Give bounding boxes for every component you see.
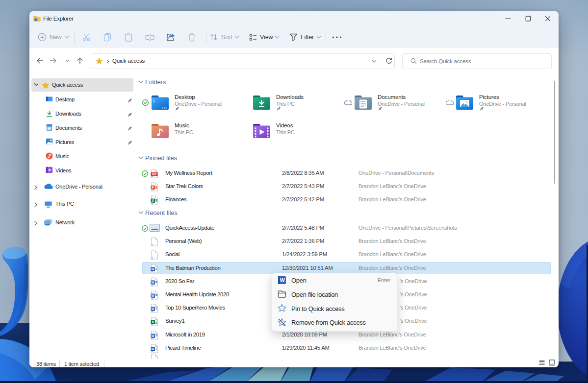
svg-text:W: W [152,347,155,351]
svg-text:W: W [152,281,155,284]
svg-text:PDF: PDF [152,173,156,176]
svg-text:P: P [152,186,154,189]
svg-text:W: W [152,334,155,337]
svg-text:W: W [152,307,155,311]
svg-text:X: X [152,320,154,324]
svg-text:X: X [152,199,154,202]
svg-text:W: W [280,277,285,283]
svg-text:W: W [152,267,155,271]
svg-text:W: W [152,294,155,297]
